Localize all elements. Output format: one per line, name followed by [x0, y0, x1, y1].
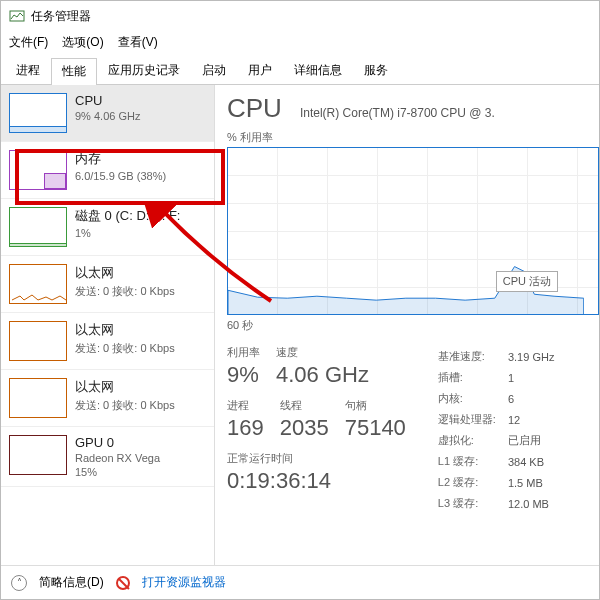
sidebar-item-sub: 9% 4.06 GHz	[75, 110, 140, 122]
sidebar-item-sub: 1%	[75, 227, 180, 239]
tab-app-history[interactable]: 应用历史记录	[97, 57, 191, 84]
menu-file[interactable]: 文件(F)	[9, 34, 48, 51]
disk-thumb	[9, 207, 67, 247]
sidebar-item-label: 以太网	[75, 321, 175, 339]
ethernet-thumb	[9, 321, 67, 361]
sidebar-item-sub: Radeon RX Vega	[75, 452, 160, 464]
detail-heading: CPU	[227, 93, 282, 124]
sidebar-item-sub: 发送: 0 接收: 0 Kbps	[75, 284, 175, 299]
sidebar-item-sub2: 15%	[75, 466, 160, 478]
tab-processes[interactable]: 进程	[5, 57, 51, 84]
uptime-value: 0:19:36:14	[227, 468, 406, 494]
content: CPU 9% 4.06 GHz 内存 6.0/15.9 GB (38%) 磁盘 …	[1, 85, 599, 565]
chart-title: % 利用率	[227, 130, 599, 145]
ethernet-thumb	[9, 378, 67, 418]
sidebar-item-disk[interactable]: 磁盘 0 (C: D: E: F: 1%	[1, 199, 214, 256]
sidebar-item-label: 磁盘 0 (C: D: E: F:	[75, 207, 180, 225]
svg-rect-0	[10, 11, 24, 21]
brief-info-button[interactable]: 简略信息(D)	[39, 574, 104, 591]
stat-value: 75140	[345, 415, 406, 441]
sidebar-item-ethernet-0[interactable]: 以太网 发送: 0 接收: 0 Kbps	[1, 256, 214, 313]
stat-label: 句柄	[345, 398, 406, 413]
task-manager-window: 任务管理器 文件(F) 选项(O) 查看(V) 进程 性能 应用历史记录 启动 …	[0, 0, 600, 600]
sidebar-item-label: 以太网	[75, 378, 175, 396]
sidebar-item-memory[interactable]: 内存 6.0/15.9 GB (38%)	[1, 142, 214, 199]
sidebar-item-sub: 发送: 0 接收: 0 Kbps	[75, 398, 175, 413]
stat-value: 4.06 GHz	[276, 362, 369, 388]
ethernet-thumb	[9, 264, 67, 304]
tabstrip: 进程 性能 应用历史记录 启动 用户 详细信息 服务	[1, 57, 599, 85]
sidebar-item-label: 内存	[75, 150, 166, 168]
tab-details[interactable]: 详细信息	[283, 57, 353, 84]
sidebar-item-sub: 发送: 0 接收: 0 Kbps	[75, 341, 175, 356]
menubar: 文件(F) 选项(O) 查看(V)	[1, 31, 599, 53]
sidebar-item-ethernet-1[interactable]: 以太网 发送: 0 接收: 0 Kbps	[1, 313, 214, 370]
detail-pane: CPU Intel(R) Core(TM) i7-8700 CPU @ 3. %…	[215, 85, 599, 565]
sidebar-item-label: CPU	[75, 93, 140, 108]
sidebar-item-label: 以太网	[75, 264, 175, 282]
chart-tooltip: CPU 活动	[496, 271, 558, 292]
stat-label: 线程	[280, 398, 329, 413]
secondary-stats: 基准速度:3.19 GHz 插槽:1 内核:6 逻辑处理器:12 虚拟化:已启用…	[436, 345, 567, 515]
sidebar-item-label: GPU 0	[75, 435, 160, 450]
cpu-model: Intel(R) Core(TM) i7-8700 CPU @ 3.	[300, 106, 495, 120]
primary-stats: 利用率9% 速度4.06 GHz 进程169 线程2035 句柄75140 正常…	[227, 345, 406, 515]
sidebar-item-sub: 6.0/15.9 GB (38%)	[75, 170, 166, 182]
stat-value: 169	[227, 415, 264, 441]
stat-label: 进程	[227, 398, 264, 413]
open-resource-monitor-link[interactable]: 打开资源监视器	[142, 574, 226, 591]
chevron-up-icon[interactable]: ˄	[11, 575, 27, 591]
no-entry-icon	[116, 576, 130, 590]
tab-performance[interactable]: 性能	[51, 58, 97, 85]
menu-view[interactable]: 查看(V)	[118, 34, 158, 51]
tab-startup[interactable]: 启动	[191, 57, 237, 84]
uptime-label: 正常运行时间	[227, 451, 406, 466]
memory-thumb	[9, 150, 67, 190]
gpu-thumb	[9, 435, 67, 475]
tab-services[interactable]: 服务	[353, 57, 399, 84]
resource-sidebar: CPU 9% 4.06 GHz 内存 6.0/15.9 GB (38%) 磁盘 …	[1, 85, 215, 565]
stat-value: 2035	[280, 415, 329, 441]
app-icon	[9, 8, 25, 24]
sidebar-item-gpu[interactable]: GPU 0 Radeon RX Vega 15%	[1, 427, 214, 487]
window-title: 任务管理器	[31, 8, 91, 25]
sidebar-item-cpu[interactable]: CPU 9% 4.06 GHz	[1, 85, 214, 142]
menu-options[interactable]: 选项(O)	[62, 34, 103, 51]
stat-value: 9%	[227, 362, 260, 388]
titlebar[interactable]: 任务管理器	[1, 1, 599, 31]
stat-label: 速度	[276, 345, 369, 360]
tab-users[interactable]: 用户	[237, 57, 283, 84]
footer: ˄ 简略信息(D) 打开资源监视器	[1, 565, 599, 599]
sidebar-item-ethernet-2[interactable]: 以太网 发送: 0 接收: 0 Kbps	[1, 370, 214, 427]
stat-label: 利用率	[227, 345, 260, 360]
cpu-thumb	[9, 93, 67, 133]
chart-x-label: 60 秒	[227, 318, 599, 333]
cpu-utilization-chart[interactable]: CPU 活动	[227, 147, 599, 315]
